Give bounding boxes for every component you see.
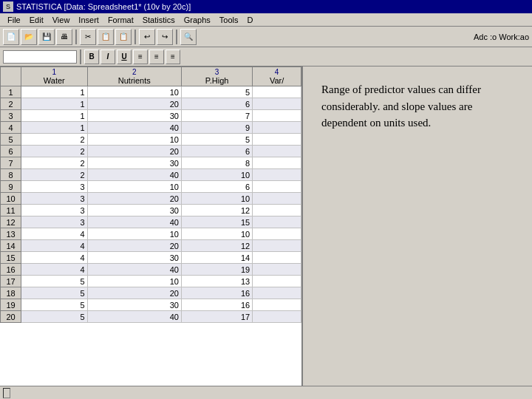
cell-phigh[interactable]: 7: [181, 110, 252, 122]
cell-var[interactable]: [253, 146, 301, 157]
cell-nutrients[interactable]: 10: [87, 181, 181, 193]
cell-water[interactable]: 1: [21, 122, 88, 134]
table-row[interactable]: 1 1 10 5: [1, 86, 301, 98]
menu-extra[interactable]: D: [243, 15, 258, 25]
cell-var[interactable]: [253, 287, 301, 299]
save-button[interactable]: 💾: [38, 29, 55, 45]
align-center-button[interactable]: ≡: [149, 50, 164, 64]
cell-phigh[interactable]: 19: [181, 264, 252, 276]
paste-button[interactable]: 📋: [115, 29, 132, 45]
cell-water[interactable]: 1: [21, 110, 88, 122]
copy-button[interactable]: 📋: [98, 29, 114, 45]
col-header-1[interactable]: 1 Water: [21, 67, 88, 86]
table-row[interactable]: 13 4 10 10: [1, 228, 301, 240]
cell-water[interactable]: 4: [21, 252, 88, 264]
table-row[interactable]: 16 4 40 19: [1, 264, 301, 276]
cell-var[interactable]: [253, 157, 301, 169]
cell-nutrients[interactable]: 30: [87, 157, 181, 169]
underline-button[interactable]: U: [117, 50, 132, 64]
cell-nutrients[interactable]: 40: [87, 122, 181, 134]
cell-phigh[interactable]: 12: [181, 240, 252, 252]
cell-var[interactable]: [253, 311, 301, 323]
table-row[interactable]: 3 1 30 7: [1, 110, 301, 122]
align-right-button[interactable]: ≡: [166, 50, 180, 64]
cell-water[interactable]: 3: [21, 216, 88, 228]
cell-water[interactable]: 2: [21, 169, 88, 181]
italic-button[interactable]: I: [100, 50, 115, 64]
table-row[interactable]: 6 2 20 6: [1, 146, 301, 157]
cell-water[interactable]: 5: [21, 311, 88, 323]
cell-water[interactable]: 2: [21, 146, 88, 157]
cell-phigh[interactable]: 5: [181, 86, 252, 98]
cell-var[interactable]: [253, 299, 301, 311]
redo-button[interactable]: ↪: [157, 29, 173, 45]
cell-nutrients[interactable]: 20: [87, 193, 181, 205]
cell-phigh[interactable]: 6: [181, 181, 252, 193]
cell-water[interactable]: 5: [21, 287, 88, 299]
cell-phigh[interactable]: 13: [181, 276, 252, 287]
print-button[interactable]: 🖶: [56, 29, 72, 45]
cell-phigh[interactable]: 16: [181, 299, 252, 311]
find-button[interactable]: 🔍: [180, 29, 197, 45]
cell-water[interactable]: 5: [21, 276, 88, 287]
cell-nutrients[interactable]: 30: [87, 252, 181, 264]
cell-var[interactable]: [253, 169, 301, 181]
cell-nutrients[interactable]: 30: [87, 205, 181, 216]
cell-var[interactable]: [253, 264, 301, 276]
cell-phigh[interactable]: 12: [181, 205, 252, 216]
cell-water[interactable]: 1: [21, 86, 88, 98]
cell-nutrients[interactable]: 20: [87, 287, 181, 299]
open-button[interactable]: 📂: [21, 29, 37, 45]
cell-phigh[interactable]: 16: [181, 287, 252, 299]
align-left-button[interactable]: ≡: [133, 50, 148, 64]
cell-water[interactable]: 3: [21, 181, 88, 193]
table-row[interactable]: 4 1 40 9: [1, 122, 301, 134]
cell-phigh[interactable]: 8: [181, 157, 252, 169]
cell-name-input[interactable]: [3, 50, 77, 64]
cell-phigh[interactable]: 14: [181, 252, 252, 264]
cell-nutrients[interactable]: 10: [87, 276, 181, 287]
cell-water[interactable]: 3: [21, 205, 88, 216]
cell-phigh[interactable]: 15: [181, 216, 252, 228]
table-row[interactable]: 10 3 20 10: [1, 193, 301, 205]
table-row[interactable]: 18 5 20 16: [1, 287, 301, 299]
table-row[interactable]: 15 4 30 14: [1, 252, 301, 264]
cell-nutrients[interactable]: 30: [87, 299, 181, 311]
cell-var[interactable]: [253, 216, 301, 228]
col-header-2[interactable]: 2 Nutrients: [87, 67, 181, 86]
cell-var[interactable]: [253, 181, 301, 193]
cell-var[interactable]: [253, 228, 301, 240]
cell-water[interactable]: 4: [21, 228, 88, 240]
menu-insert[interactable]: Insert: [74, 15, 103, 25]
cell-phigh[interactable]: 17: [181, 311, 252, 323]
cell-phigh[interactable]: 5: [181, 134, 252, 146]
cell-var[interactable]: [253, 240, 301, 252]
table-row[interactable]: 12 3 40 15: [1, 216, 301, 228]
cell-var[interactable]: [253, 98, 301, 110]
cell-var[interactable]: [253, 86, 301, 98]
cell-nutrients[interactable]: 20: [87, 98, 181, 110]
table-row[interactable]: 17 5 10 13: [1, 276, 301, 287]
cell-var[interactable]: [253, 193, 301, 205]
cell-water[interactable]: 2: [21, 134, 88, 146]
menu-statistics[interactable]: Statistics: [138, 15, 180, 25]
cell-water[interactable]: 5: [21, 299, 88, 311]
cell-nutrients[interactable]: 40: [87, 216, 181, 228]
col-header-3[interactable]: 3 P.High: [181, 67, 252, 86]
cell-var[interactable]: [253, 276, 301, 287]
cell-phigh[interactable]: 10: [181, 169, 252, 181]
cell-nutrients[interactable]: 10: [87, 134, 181, 146]
col-header-4[interactable]: 4 Var/: [253, 67, 301, 86]
table-row[interactable]: 5 2 10 5: [1, 134, 301, 146]
cell-water[interactable]: 4: [21, 240, 88, 252]
cell-nutrients[interactable]: 10: [87, 86, 181, 98]
cell-phigh[interactable]: 6: [181, 98, 252, 110]
cell-nutrients[interactable]: 20: [87, 146, 181, 157]
cell-phigh[interactable]: 6: [181, 146, 252, 157]
cut-button[interactable]: ✂: [80, 29, 96, 45]
table-row[interactable]: 14 4 20 12: [1, 240, 301, 252]
table-row[interactable]: 20 5 40 17: [1, 311, 301, 323]
cell-var[interactable]: [253, 134, 301, 146]
cell-nutrients[interactable]: 40: [87, 264, 181, 276]
cell-water[interactable]: 2: [21, 157, 88, 169]
